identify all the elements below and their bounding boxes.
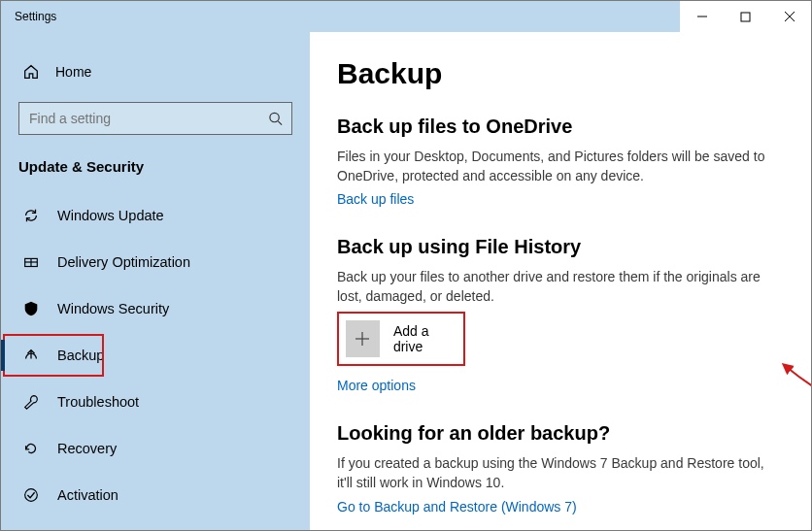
- svg-point-9: [25, 489, 38, 502]
- body: Home Update & Security Windows Update: [1, 32, 811, 530]
- link-more-options[interactable]: More options: [337, 378, 416, 393]
- add-drive-button[interactable]: Add a drive: [342, 316, 460, 361]
- page-title: Backup: [337, 57, 784, 90]
- search-input[interactable]: [18, 102, 292, 135]
- plus-icon: [346, 320, 380, 357]
- sidebar-item-recovery[interactable]: Recovery: [1, 425, 310, 472]
- close-button[interactable]: [767, 1, 811, 32]
- maximize-button[interactable]: [724, 1, 767, 32]
- home-icon: [22, 63, 40, 81]
- section-desc-onedrive: Files in your Desktop, Documents, and Pi…: [337, 148, 774, 185]
- sidebar-item-windows-update[interactable]: Windows Update: [1, 192, 310, 239]
- sidebar-item-backup[interactable]: Backup: [1, 332, 106, 379]
- search-icon: [268, 112, 283, 126]
- link-backup-files[interactable]: Back up files: [337, 191, 414, 207]
- activation-icon: [22, 486, 40, 504]
- sidebar-item-label: Windows Security: [57, 301, 169, 316]
- sidebar-item-label: Windows Update: [57, 208, 164, 223]
- section-file-history: Back up using File History Back up your …: [337, 236, 784, 393]
- sync-icon: [22, 207, 40, 224]
- sidebar-category: Update & Security: [1, 152, 310, 192]
- svg-rect-1: [741, 13, 750, 21]
- window-controls: [680, 1, 811, 32]
- minimize-button[interactable]: [680, 1, 724, 32]
- svg-line-5: [278, 121, 282, 125]
- sidebar-item-label: Activation: [57, 487, 118, 503]
- add-drive-label: Add a drive: [393, 323, 457, 354]
- sidebar-item-troubleshoot[interactable]: Troubleshoot: [1, 379, 310, 425]
- main-panel: Backup Back up files to OneDrive Files i…: [310, 32, 811, 530]
- sidebar-item-label: Troubleshoot: [57, 394, 139, 410]
- sidebar-item-label: Backup: [57, 348, 104, 363]
- sidebar: Home Update & Security Windows Update: [1, 32, 310, 530]
- nav-list: Windows Update Delivery Optimization Win…: [1, 192, 310, 518]
- delivery-icon: [22, 253, 40, 271]
- recovery-icon: [22, 440, 40, 457]
- svg-point-4: [270, 113, 279, 121]
- sidebar-item-windows-security[interactable]: Windows Security: [1, 285, 310, 332]
- shield-icon: [22, 300, 40, 317]
- backup-icon: [22, 347, 40, 364]
- sidebar-item-activation[interactable]: Activation: [1, 472, 310, 518]
- section-onedrive: Back up files to OneDrive Files in your …: [337, 116, 784, 207]
- section-title-older-backup: Looking for an older backup?: [337, 422, 784, 445]
- sidebar-item-label: Recovery: [57, 441, 117, 456]
- search-wrap: [18, 102, 292, 135]
- sidebar-item-delivery-optimization[interactable]: Delivery Optimization: [1, 239, 310, 285]
- section-desc-file-history: Back up your files to another drive and …: [337, 268, 774, 306]
- sidebar-item-label: Delivery Optimization: [57, 254, 190, 270]
- sidebar-home[interactable]: Home: [1, 51, 310, 92]
- window-title: Settings: [15, 10, 56, 23]
- link-backup-and-restore[interactable]: Go to Backup and Restore (Windows 7): [337, 499, 577, 514]
- section-older-backup: Looking for an older backup? If you crea…: [337, 422, 784, 514]
- sidebar-home-label: Home: [55, 64, 91, 80]
- section-desc-older-backup: If you created a backup using the Window…: [337, 454, 774, 492]
- section-title-file-history: Back up using File History: [337, 236, 784, 258]
- wrench-icon: [22, 393, 40, 411]
- section-title-onedrive: Back up files to OneDrive: [337, 116, 784, 138]
- settings-window: Settings Home: [0, 0, 812, 531]
- titlebar: Settings: [1, 1, 811, 32]
- annotation-highlight-add-drive: Add a drive: [337, 312, 465, 366]
